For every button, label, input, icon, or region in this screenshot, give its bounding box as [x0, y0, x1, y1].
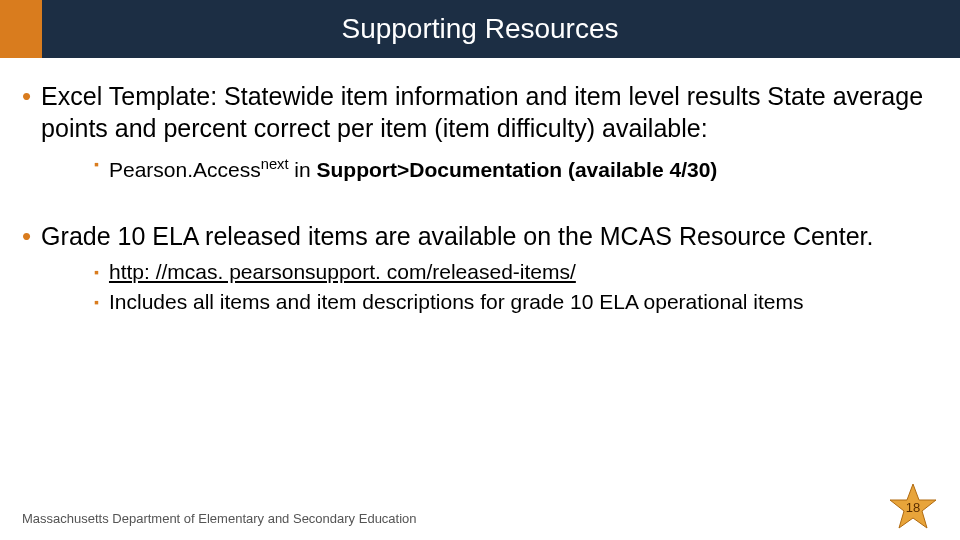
content-area: • Excel Template: Statewide item informa… [0, 58, 960, 316]
sub-item: ▪ Pearson.Accessnext in Support>Document… [94, 150, 938, 184]
sub-bold: Support>Documentation (available 4/30) [317, 158, 718, 181]
sub-text: Includes all items and item descriptions… [109, 288, 804, 316]
bullet-item: • Excel Template: Statewide item informa… [22, 80, 938, 144]
bullet-text: Grade 10 ELA released items are availabl… [41, 220, 873, 252]
title-bar: Supporting Resources [0, 0, 960, 58]
slide-title: Supporting Resources [341, 13, 618, 45]
square-bullet-icon: ▪ [94, 150, 99, 184]
bullet-icon: • [22, 80, 31, 144]
accent-block [0, 0, 42, 58]
bullet-text: Excel Template: Statewide item informati… [41, 80, 938, 144]
square-bullet-icon: ▪ [94, 288, 99, 316]
sub-prefix: Pearson.Access [109, 158, 261, 181]
sub-list: ▪ http: //mcas. pearsonsupport. com/rele… [94, 258, 938, 316]
sub-mid: in [288, 158, 316, 181]
square-bullet-icon: ▪ [94, 258, 99, 286]
bullet-icon: • [22, 220, 31, 252]
sub-item: ▪ Includes all items and item descriptio… [94, 288, 938, 316]
sub-text-link[interactable]: http: //mcas. pearsonsupport. com/releas… [109, 258, 576, 286]
sub-text: Pearson.Accessnext in Support>Documentat… [109, 150, 717, 184]
link-text[interactable]: http: //mcas. pearsonsupport. com/releas… [109, 260, 576, 283]
sub-item: ▪ http: //mcas. pearsonsupport. com/rele… [94, 258, 938, 286]
page-number-star: 18 [888, 482, 938, 532]
footer-text: Massachusetts Department of Elementary a… [22, 511, 417, 526]
page-number: 18 [906, 500, 920, 515]
sub-list: ▪ Pearson.Accessnext in Support>Document… [94, 150, 938, 184]
bullet-item: • Grade 10 ELA released items are availa… [22, 220, 938, 252]
sub-superscript: next [261, 156, 289, 172]
